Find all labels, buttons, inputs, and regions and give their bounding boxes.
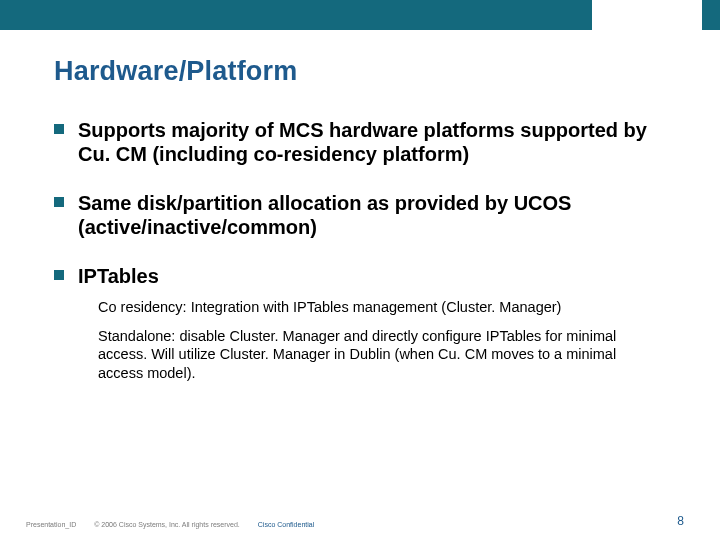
footer: Presentation_ID © 2006 Cisco Systems, In… — [26, 521, 694, 528]
bullet-square-icon — [54, 124, 64, 134]
bullet-text: Supports majority of MCS hardware platfo… — [78, 119, 647, 165]
bullet-text: IPTables — [78, 265, 159, 287]
bullet-item: Same disk/partition allocation as provid… — [54, 191, 680, 240]
slide-title: Hardware/Platform — [54, 56, 297, 87]
bullet-square-icon — [54, 270, 64, 280]
header-bar — [0, 0, 720, 30]
slide: Hardware/Platform Supports majority of M… — [0, 0, 720, 540]
bullet-item: Supports majority of MCS hardware platfo… — [54, 118, 680, 167]
bullet-item: IPTables — [54, 264, 680, 288]
footer-presentation-id: Presentation_ID — [26, 521, 76, 528]
sub-bullet: Standalone: disable Cluster. Manager and… — [98, 327, 680, 383]
footer-page-number: 8 — [677, 514, 684, 528]
sub-bullet: Co residency: Integration with IPTables … — [98, 298, 680, 317]
content-area: Supports majority of MCS hardware platfo… — [54, 118, 680, 390]
bullet-text: Same disk/partition allocation as provid… — [78, 192, 571, 238]
footer-confidential: Cisco Confidential — [258, 521, 314, 528]
bullet-square-icon — [54, 197, 64, 207]
footer-copyright: © 2006 Cisco Systems, Inc. All rights re… — [94, 521, 240, 528]
